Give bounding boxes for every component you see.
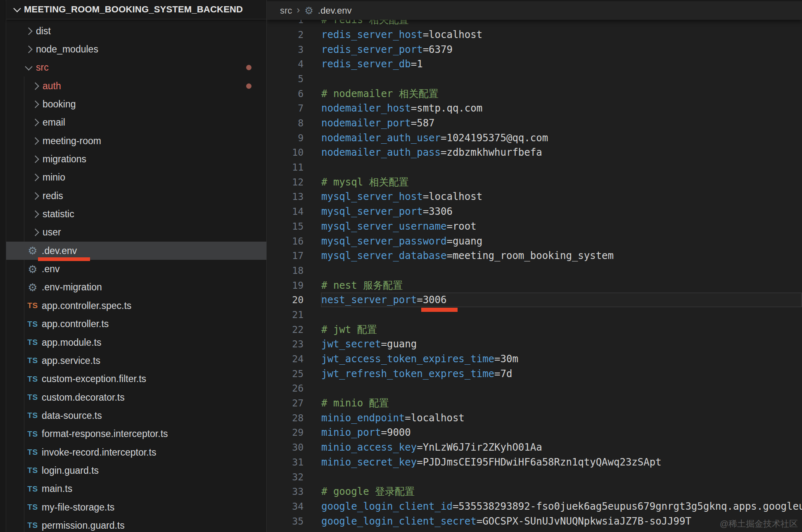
- explorer-item-app-controller-spec-ts[interactable]: TS app.controller.spec.ts: [6, 297, 266, 315]
- explorer-item-login-guard-ts[interactable]: TS login.guard.ts: [6, 461, 266, 480]
- code-line[interactable]: 26: [267, 381, 802, 396]
- explorer-item-src[interactable]: src: [6, 59, 266, 77]
- breadcrumb-folder[interactable]: src: [280, 5, 292, 16]
- code-line[interactable]: 29 minio_port=9000: [267, 425, 802, 440]
- explorer-item-booking[interactable]: booking: [6, 95, 266, 113]
- line-number[interactable]: 14: [267, 206, 304, 217]
- code-line[interactable]: 14 mysql_server_port=3306: [267, 204, 802, 219]
- line-number[interactable]: 20: [267, 294, 304, 305]
- code-line[interactable]: 30 minio_access_key=YnLzW6J7ir2ZKyhO01Aa: [267, 440, 802, 455]
- line-number[interactable]: 21: [267, 309, 304, 320]
- code-line[interactable]: 15 mysql_server_username=root: [267, 219, 802, 234]
- code-line[interactable]: 23 jwt_secret=guang: [267, 337, 802, 352]
- code-line[interactable]: 32: [267, 470, 802, 484]
- line-number[interactable]: 26: [267, 383, 304, 394]
- line-number[interactable]: 2: [267, 29, 304, 40]
- explorer-item-data-source-ts[interactable]: TS data-source.ts: [6, 406, 266, 425]
- line-number[interactable]: 15: [267, 221, 304, 232]
- code-area[interactable]: 1 # redis 相关配置 2 redis_server_host=local…: [267, 12, 802, 528]
- code-line[interactable]: 17 mysql_server_database=meeting_room_bo…: [267, 248, 802, 263]
- line-number[interactable]: 13: [267, 191, 304, 202]
- code-line[interactable]: 11: [267, 160, 802, 175]
- line-number[interactable]: 8: [267, 118, 304, 128]
- line-number[interactable]: 28: [267, 413, 304, 423]
- line-number[interactable]: 35: [267, 516, 304, 527]
- explorer-item-auth[interactable]: auth: [6, 77, 266, 95]
- explorer-section-header[interactable]: MEETING_ROOM_BOOKING_SYSTEM_BACKEND: [6, 0, 266, 19]
- code-line[interactable]: 20 nest_server_port=3006: [267, 292, 802, 307]
- line-number[interactable]: 5: [267, 74, 304, 84]
- code-line[interactable]: 9 nodemailer_auth_user=1024195375@qq.com: [267, 131, 802, 145]
- line-number[interactable]: 25: [267, 368, 304, 379]
- explorer-item--dev-env[interactable]: ⚙ .dev.env: [6, 242, 266, 260]
- code-line[interactable]: 16 mysql_server_password=guang: [267, 234, 802, 249]
- explorer-item-user[interactable]: user: [6, 223, 266, 242]
- code-line[interactable]: 6 # nodemailer 相关配置: [267, 86, 802, 101]
- line-number[interactable]: 22: [267, 324, 304, 335]
- explorer-item-app-service-ts[interactable]: TS app.service.ts: [6, 352, 266, 370]
- explorer-item-app-controller-ts[interactable]: TS app.controller.ts: [6, 315, 266, 333]
- explorer-item-dist[interactable]: dist: [6, 22, 266, 40]
- code-line[interactable]: 28 minio_endpoint=localhost: [267, 411, 802, 425]
- code-line[interactable]: 25 jwt_refresh_token_expres_time=7d: [267, 366, 802, 381]
- explorer-item-migrations[interactable]: migrations: [6, 150, 266, 168]
- explorer-item-custom-decorator-ts[interactable]: TS custom.decorator.ts: [6, 388, 266, 406]
- code-line[interactable]: 34 google_login_client_id=535538293892-f…: [267, 499, 802, 514]
- code-line[interactable]: 19 # nest 服务配置: [267, 278, 802, 293]
- line-number[interactable]: 33: [267, 486, 304, 497]
- line-number[interactable]: 32: [267, 472, 304, 482]
- explorer-item-custom-exception-filter-ts[interactable]: TS custom-exception.filter.ts: [6, 370, 266, 388]
- line-number[interactable]: 4: [267, 59, 304, 69]
- code-line[interactable]: 3 redis_server_port=6379: [267, 42, 802, 57]
- line-number[interactable]: 6: [267, 88, 304, 99]
- explorer-item-node-modules[interactable]: node_modules: [6, 40, 266, 58]
- code-line[interactable]: 12 # mysql 相关配置: [267, 175, 802, 190]
- line-number[interactable]: 23: [267, 339, 304, 349]
- line-number[interactable]: 9: [267, 133, 304, 143]
- code-line[interactable]: 4 redis_server_db=1: [267, 57, 802, 71]
- line-number[interactable]: 7: [267, 103, 304, 114]
- code-line[interactable]: 2 redis_server_host=localhost: [267, 27, 802, 42]
- code-line[interactable]: 13 mysql_server_host=localhost: [267, 190, 802, 204]
- line-number[interactable]: 16: [267, 236, 304, 247]
- line-number[interactable]: 10: [267, 147, 304, 158]
- code-line[interactable]: 21: [267, 307, 802, 322]
- code-line[interactable]: 8 nodemailer_port=587: [267, 116, 802, 131]
- line-number[interactable]: 17: [267, 250, 304, 261]
- editor-pane[interactable]: src › ⚙ .dev.env 1 # redis 相关配置 2 redis_…: [267, 0, 802, 532]
- explorer-item-app-module-ts[interactable]: TS app.module.ts: [6, 333, 266, 352]
- line-number[interactable]: 24: [267, 354, 304, 364]
- explorer-item-invoke-record-interceptor-ts[interactable]: TS invoke-record.interceptor.ts: [6, 443, 266, 461]
- explorer-item-permission-guard-ts[interactable]: TS permission.guard.ts: [6, 516, 266, 532]
- line-number[interactable]: 30: [267, 442, 304, 453]
- code-line[interactable]: 18: [267, 263, 802, 278]
- code-line[interactable]: 5: [267, 71, 802, 86]
- explorer-item-email[interactable]: email: [6, 114, 266, 132]
- line-number[interactable]: 34: [267, 501, 304, 512]
- line-number[interactable]: 3: [267, 44, 304, 55]
- code-line[interactable]: 33 # google 登录配置: [267, 484, 802, 499]
- code-line[interactable]: 7 nodemailer_host=smtp.qq.com: [267, 101, 802, 116]
- explorer-item-meeting-room[interactable]: meeting-room: [6, 132, 266, 150]
- code-line[interactable]: 31 minio_secret_key=PJDJmsCEI95FHDwiHF6a…: [267, 455, 802, 470]
- line-number[interactable]: 19: [267, 280, 304, 291]
- code-line[interactable]: 27 # minio 配置: [267, 396, 802, 411]
- code-line[interactable]: 24 jwt_access_token_expires_time=30m: [267, 352, 802, 366]
- line-number[interactable]: 29: [267, 427, 304, 438]
- line-number[interactable]: 12: [267, 177, 304, 188]
- line-number[interactable]: 11: [267, 162, 304, 173]
- explorer-item-minio[interactable]: minio: [6, 169, 266, 187]
- line-number[interactable]: 18: [267, 265, 304, 276]
- line-number[interactable]: 31: [267, 457, 304, 468]
- code-line[interactable]: 10 nodemailer_auth_pass=zdbzmkhwhurfbefa: [267, 145, 802, 160]
- explorer-item-my-file-storage-ts[interactable]: TS my-file-storage.ts: [6, 498, 266, 516]
- breadcrumb-file[interactable]: .dev.env: [318, 5, 352, 16]
- explorer-item-main-ts[interactable]: TS main.ts: [6, 480, 266, 498]
- explorer-item-redis[interactable]: redis: [6, 187, 266, 205]
- explorer-item--env[interactable]: ⚙ .env: [6, 260, 266, 278]
- explorer-item-statistic[interactable]: statistic: [6, 205, 266, 223]
- line-number[interactable]: 27: [267, 398, 304, 408]
- explorer-item-format-response-interceptor-ts[interactable]: TS format-response.interceptor.ts: [6, 425, 266, 443]
- explorer-item--env-migration[interactable]: ⚙ .env-migration: [6, 278, 266, 297]
- code-line[interactable]: 22 # jwt 配置: [267, 322, 802, 337]
